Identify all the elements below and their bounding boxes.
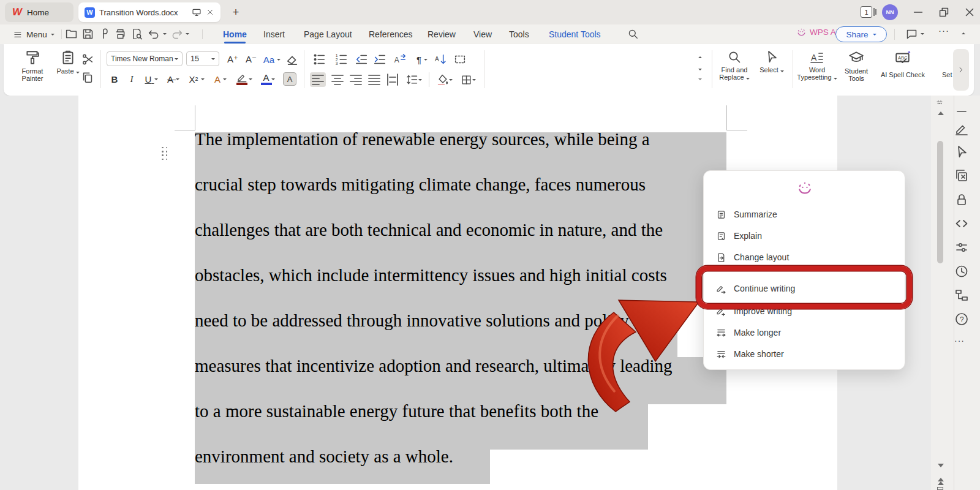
character-shading-button[interactable]: A (211, 72, 230, 86)
decrease-font-button[interactable]: A⁻ (244, 53, 258, 66)
rail-hide-icon[interactable] (954, 104, 969, 119)
share-button[interactable]: Share (835, 26, 887, 42)
distribute-button[interactable] (385, 72, 401, 87)
bold-button[interactable]: B (108, 72, 121, 86)
vertical-scrollbar-thumb[interactable] (937, 141, 943, 263)
document-tab[interactable]: W Transition Words.docx (78, 2, 221, 22)
tab-references[interactable]: References (369, 26, 413, 43)
window-count-badge[interactable]: 1 (861, 6, 878, 18)
print-preview-icon[interactable] (130, 28, 143, 40)
text-direction-button[interactable]: A (391, 53, 409, 66)
font-size-select[interactable]: 15 (186, 51, 219, 66)
font-name-select[interactable]: Times New Roman (107, 51, 183, 66)
rail-help-icon[interactable]: ? (954, 312, 969, 326)
doc-line[interactable]: crucial step towards mitigating climate … (195, 176, 646, 194)
new-tab-button[interactable]: + (229, 6, 243, 19)
tab-page-layout[interactable]: Page Layout (304, 26, 352, 43)
decrease-indent-icon[interactable] (354, 53, 369, 66)
tab-student-tools[interactable]: Student Tools (549, 26, 601, 43)
scroll-up-arrow[interactable] (938, 111, 944, 115)
tab-review[interactable]: Review (428, 26, 456, 43)
change-case-button[interactable]: Aa (262, 53, 282, 66)
tab-tools[interactable]: Tools (509, 26, 529, 43)
increase-font-button[interactable]: A⁺ (225, 53, 240, 66)
styles-gallery-expand[interactable] (698, 78, 702, 80)
doc-line[interactable]: The implementation of renewable energy s… (195, 130, 650, 148)
tab-view[interactable]: View (473, 26, 492, 43)
line-spacing-button[interactable] (403, 72, 425, 87)
tab-home[interactable]: Home (223, 26, 247, 43)
justify-button[interactable] (366, 72, 382, 87)
tab-insert[interactable]: Insert (263, 26, 285, 43)
cut-icon[interactable] (81, 53, 94, 66)
ribbon-scroll-right-button[interactable] (953, 49, 969, 91)
ai-spell-check-button[interactable]: ABC AI Spell Check (873, 50, 932, 78)
increase-indent-icon[interactable] (372, 53, 387, 66)
screen-share-icon[interactable] (192, 7, 202, 17)
align-center-button[interactable] (330, 72, 345, 87)
home-tab[interactable]: W Home (5, 2, 74, 22)
rail-lock-icon[interactable] (954, 192, 969, 207)
rail-settings-sliders-icon[interactable] (954, 240, 969, 255)
rail-code-icon[interactable] (954, 216, 969, 231)
format-painter-button[interactable]: FormatPainter (13, 50, 51, 82)
print-icon[interactable] (114, 28, 127, 40)
undo-menu-chevron[interactable] (163, 33, 167, 35)
previous-page-button[interactable] (938, 481, 944, 485)
rail-close-pages-icon[interactable] (954, 168, 969, 183)
collapse-ribbon-icon[interactable] (962, 32, 965, 34)
close-window-button[interactable] (963, 6, 976, 19)
find-replace-button[interactable]: Find andReplace (714, 50, 755, 81)
search-icon[interactable] (627, 28, 639, 40)
copy-icon[interactable] (81, 71, 94, 85)
bullets-button[interactable] (310, 53, 328, 66)
ai-menu-explain[interactable]: Explain (711, 227, 899, 245)
ai-menu-change-layout[interactable]: Change layout (711, 248, 899, 266)
doc-line[interactable]: need to be addressed through innovative … (195, 312, 629, 330)
scrollbar-pin-icon[interactable] (935, 99, 944, 107)
more-options-icon[interactable]: ··· (938, 25, 951, 38)
rail-ink-pen-icon[interactable] (954, 121, 969, 136)
ai-menu-make-shorter[interactable]: Make shorter (711, 345, 899, 363)
undo-icon[interactable] (148, 28, 160, 40)
doc-line[interactable]: environment and society as a whole. (195, 448, 453, 466)
student-tools-button[interactable]: StudentTools (839, 50, 873, 82)
restore-button[interactable] (937, 6, 951, 19)
paste-button[interactable]: Paste (53, 50, 83, 75)
export-icon[interactable] (98, 28, 111, 40)
scroll-down-arrow[interactable] (938, 464, 944, 467)
select-button[interactable]: Select (755, 50, 789, 74)
rail-history-icon[interactable] (954, 264, 969, 279)
minimize-button[interactable] (911, 6, 925, 19)
font-color-button[interactable]: A (258, 71, 279, 87)
clear-format-icon[interactable] (285, 53, 299, 66)
strikethrough-button[interactable]: A (164, 72, 183, 86)
doc-line[interactable]: to a more sustainable energy future that… (195, 402, 598, 420)
select-browse-object-button[interactable] (937, 487, 943, 490)
ai-menu-make-longer[interactable]: Make longer (711, 323, 899, 342)
comment-chevron[interactable] (921, 33, 924, 35)
comment-icon[interactable] (905, 28, 918, 40)
rail-outline-icon[interactable] (954, 288, 969, 303)
styles-scroll-down[interactable] (698, 69, 702, 70)
main-menu-button[interactable]: Menu (13, 27, 55, 42)
character-border-button[interactable]: A (283, 72, 296, 86)
shading-button[interactable] (434, 72, 456, 87)
borders-button[interactable] (457, 72, 479, 87)
align-left-button[interactable] (310, 72, 326, 87)
rail-select-cursor-icon[interactable] (954, 145, 969, 159)
settings-button-clipped[interactable]: Set (942, 71, 952, 78)
numbering-button[interactable]: 123 (332, 53, 350, 66)
styles-scroll-up[interactable] (698, 56, 702, 58)
word-typesetting-button[interactable]: A WordTypesetting (795, 50, 839, 81)
avatar[interactable]: NN (882, 4, 898, 20)
align-right-button[interactable] (348, 72, 364, 87)
open-file-icon[interactable] (65, 28, 78, 40)
wps-ai-button[interactable]: WPS AI (796, 27, 839, 37)
show-marks-button[interactable]: ¶ (413, 53, 431, 66)
superscript-button[interactable]: X2 (186, 72, 207, 86)
doc-line[interactable]: challenges that are both technical and e… (195, 221, 663, 239)
italic-button[interactable]: I (125, 72, 138, 86)
highlight-color-button[interactable] (234, 71, 255, 87)
sort-icon[interactable]: A (434, 53, 448, 66)
